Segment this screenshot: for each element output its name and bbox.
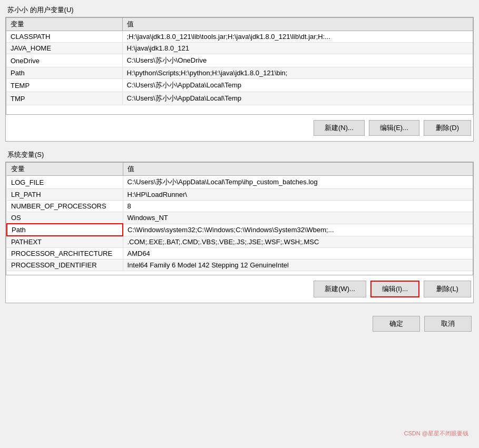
sys-table-row[interactable]: OSWindows_NT <box>7 212 473 224</box>
sys-table-row[interactable]: PROCESSOR_ARCHITECTUREAMD64 <box>7 248 473 260</box>
sys-variables-section: 系统变量(S) 变量 值 LOG_FILEC:\Users\苏小小\AppDat… <box>5 150 474 303</box>
user-table-row[interactable]: TMPC:\Users\苏小小\AppData\Local\Temp <box>6 92 473 105</box>
sys-table-row[interactable]: LOG_FILEC:\Users\苏小小\AppData\Local\Temp\… <box>7 176 473 189</box>
sys-table-row[interactable]: PROCESSOR_IDENTIFIERIntel64 Family 6 Mod… <box>7 260 473 271</box>
ok-button[interactable]: 确定 <box>373 316 420 332</box>
sys-edit-button[interactable]: 编辑(I)... <box>370 281 419 297</box>
sys-val-cell: 8 <box>123 201 473 212</box>
sys-env-table: 变量 值 LOG_FILEC:\Users\苏小小\AppData\Local\… <box>6 163 473 271</box>
user-variables-section: 苏小小 的用户变量(U) 变量 值 CLASSPATH;H:\java\jdk1… <box>5 5 474 142</box>
cancel-button[interactable]: 取消 <box>424 316 472 332</box>
user-table-row[interactable]: JAVA_HOMEH:\java\jdk1.8.0_121 <box>6 43 473 54</box>
user-table-row[interactable]: TEMPC:\Users\苏小小\AppData\Local\Temp <box>6 79 473 92</box>
sys-delete-button[interactable]: 删除(L) <box>424 281 471 297</box>
user-var-cell: JAVA_HOME <box>6 43 122 54</box>
sys-btn-row: 新建(W)... 编辑(I)... 删除(L) <box>6 275 473 303</box>
user-delete-button[interactable]: 删除(D) <box>424 120 471 136</box>
user-col-val: 值 <box>122 18 473 31</box>
user-new-button[interactable]: 新建(N)... <box>314 120 365 136</box>
user-env-table: 变量 值 CLASSPATH;H:\java\jdk1.8.0_121\lib\… <box>6 18 473 105</box>
sys-var-cell: Path <box>7 224 123 236</box>
user-val-cell: C:\Users\苏小小\OneDrive <box>122 54 473 67</box>
sys-val-cell: C:\Users\苏小小\AppData\Local\Temp\ihp_cust… <box>123 176 473 189</box>
sys-val-cell: Windows_NT <box>123 212 473 224</box>
sys-section-title: 系统变量(S) <box>5 150 474 160</box>
user-table-row[interactable]: OneDriveC:\Users\苏小小\OneDrive <box>6 54 473 67</box>
sys-val-cell: H:\HP\LoadRunner\ <box>123 189 473 201</box>
user-val-cell: H:\python\Scripts;H:\python;H:\java\jdk1… <box>122 67 473 79</box>
sys-var-cell: LR_PATH <box>7 189 123 201</box>
user-table-row[interactable]: PathH:\python\Scripts;H:\python;H:\java\… <box>6 67 473 79</box>
user-var-cell: TEMP <box>6 79 122 92</box>
sys-var-cell: PROCESSOR_ARCHITECTURE <box>7 248 123 260</box>
user-btn-row: 新建(N)... 编辑(E)... 删除(D) <box>6 115 473 141</box>
sys-val-cell: AMD64 <box>123 248 473 260</box>
user-var-cell: CLASSPATH <box>6 31 122 43</box>
sys-table-row[interactable]: LR_PATHH:\HP\LoadRunner\ <box>7 189 473 201</box>
sys-variables-container: 变量 值 LOG_FILEC:\Users\苏小小\AppData\Local\… <box>5 162 474 303</box>
user-var-cell: Path <box>6 67 122 79</box>
sys-var-cell: PATHEXT <box>7 236 123 248</box>
sys-new-button[interactable]: 新建(W)... <box>314 281 366 297</box>
user-col-var: 变量 <box>6 18 122 31</box>
sys-val-cell: C:\Windows\system32;C:\Windows;C:\Window… <box>123 224 473 236</box>
sys-val-cell: Intel64 Family 6 Model 142 Stepping 12 G… <box>123 260 473 271</box>
sys-table-row[interactable]: NUMBER_OF_PROCESSORS8 <box>7 201 473 212</box>
user-val-cell: C:\Users\苏小小\AppData\Local\Temp <box>122 79 473 92</box>
user-section-title: 苏小小 的用户变量(U) <box>5 5 474 15</box>
user-table-row[interactable]: CLASSPATH;H:\java\jdk1.8.0_121\lib\tools… <box>6 31 473 43</box>
user-edit-button[interactable]: 编辑(E)... <box>369 120 419 136</box>
sys-table-row[interactable]: PATHEXT.COM;.EXE;.BAT;.CMD;.VBS;.VBE;.JS… <box>7 236 473 248</box>
sys-table-scroll[interactable]: 变量 值 LOG_FILEC:\Users\苏小小\AppData\Local\… <box>6 162 473 275</box>
sys-col-var: 变量 <box>7 163 123 176</box>
user-val-cell: ;H:\java\jdk1.8.0_121\lib\tools.jar;H:\j… <box>122 31 473 43</box>
sys-var-cell: OS <box>7 212 123 224</box>
sys-table-row[interactable]: PathC:\Windows\system32;C:\Windows;C:\Wi… <box>7 224 473 236</box>
sys-col-val: 值 <box>123 163 473 176</box>
user-var-cell: OneDrive <box>6 54 122 67</box>
user-table-scroll[interactable]: 变量 值 CLASSPATH;H:\java\jdk1.8.0_121\lib\… <box>6 17 473 115</box>
sys-var-cell: PROCESSOR_IDENTIFIER <box>7 260 123 271</box>
sys-var-cell: LOG_FILE <box>7 176 123 189</box>
sys-var-cell: NUMBER_OF_PROCESSORS <box>7 201 123 212</box>
user-var-cell: TMP <box>6 92 122 105</box>
sys-val-cell: .COM;.EXE;.BAT;.CMD;.VBS;.VBE;.JS;.JSE;.… <box>123 236 473 248</box>
user-val-cell: H:\java\jdk1.8.0_121 <box>122 43 473 54</box>
footer-btn-row: 确定 取消 <box>5 312 474 336</box>
user-val-cell: C:\Users\苏小小\AppData\Local\Temp <box>122 92 473 105</box>
user-variables-container: 变量 值 CLASSPATH;H:\java\jdk1.8.0_121\lib\… <box>5 17 474 142</box>
